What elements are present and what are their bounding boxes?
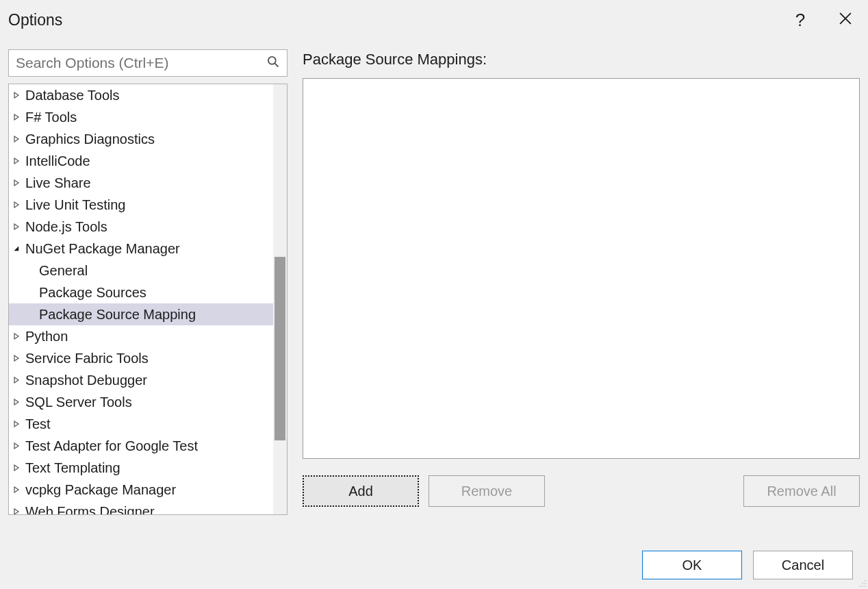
dialog-title: Options (8, 11, 784, 29)
tree-item-label: Node.js Tools (25, 216, 107, 238)
help-button[interactable]: ? (784, 4, 816, 36)
tree-item-label: Python (25, 325, 68, 347)
tree-item-label: Snapshot Debugger (25, 369, 147, 391)
chevron-right-icon[interactable] (12, 463, 21, 473)
remove-button[interactable]: Remove (429, 475, 545, 507)
svg-point-2 (865, 580, 866, 581)
tree-item-label: Database Tools (25, 84, 120, 106)
panel-heading: Package Source Mappings: (303, 51, 860, 68)
search-options-field[interactable] (8, 49, 288, 77)
svg-point-4 (865, 583, 866, 584)
tree-item-live-share[interactable]: Live Share (9, 172, 287, 194)
tree-item-web-forms-designer[interactable]: Web Forms Designer (9, 501, 287, 514)
chevron-down-icon[interactable] (12, 244, 21, 253)
remove-all-button[interactable]: Remove All (743, 475, 860, 507)
tree-item-package-source-mapping[interactable]: Package Source Mapping (9, 303, 287, 325)
tree-item-service-fabric-tools[interactable]: Service Fabric Tools (9, 347, 287, 369)
ok-button[interactable]: OK (642, 551, 742, 579)
tree-item-label: Graphics Diagnostics (25, 128, 155, 150)
svg-line-1 (275, 64, 279, 67)
options-tree[interactable]: Database ToolsF# ToolsGraphics Diagnosti… (8, 84, 288, 515)
tree-item-test-adapter-for-google-test[interactable]: Test Adapter for Google Test (9, 435, 287, 457)
svg-point-7 (865, 586, 866, 587)
tree-item-label: Web Forms Designer (25, 501, 155, 514)
svg-point-0 (268, 57, 276, 64)
scrollbar-thumb[interactable] (275, 257, 285, 440)
options-dialog: Options ? Database ToolsF# ToolsGraphics… (0, 0, 868, 589)
tree-item-snapshot-debugger[interactable]: Snapshot Debugger (9, 369, 287, 391)
tree-item-f-tools[interactable]: F# Tools (9, 106, 287, 128)
cancel-button[interactable]: Cancel (753, 551, 853, 579)
tree-item-test[interactable]: Test (9, 413, 287, 435)
close-button[interactable] (830, 4, 861, 36)
tree-item-text-templating[interactable]: Text Templating (9, 457, 287, 479)
chevron-right-icon[interactable] (12, 397, 21, 407)
chevron-right-icon[interactable] (12, 200, 21, 210)
tree-item-label: Live Share (25, 172, 91, 194)
tree-item-label: Package Source Mapping (39, 303, 196, 325)
chevron-right-icon[interactable] (12, 178, 21, 188)
tree-item-label: Test (25, 413, 51, 435)
tree-item-graphics-diagnostics[interactable]: Graphics Diagnostics (9, 128, 287, 150)
tree-item-label: IntelliCode (25, 150, 90, 172)
search-icon (266, 55, 280, 71)
tree-item-live-unit-testing[interactable]: Live Unit Testing (9, 194, 287, 216)
chevron-right-icon[interactable] (12, 441, 21, 451)
search-input[interactable] (9, 50, 287, 76)
chevron-right-icon[interactable] (12, 419, 21, 429)
tree-item-label: Service Fabric Tools (25, 347, 149, 369)
tree-scrollbar[interactable] (273, 84, 287, 514)
tree-item-label: F# Tools (25, 106, 77, 128)
tree-item-label: vcpkg Package Manager (25, 479, 176, 501)
tree-item-nuget-package-manager[interactable]: NuGet Package Manager (9, 238, 287, 260)
chevron-right-icon[interactable] (12, 134, 21, 144)
chevron-right-icon[interactable] (12, 485, 21, 494)
tree-item-python[interactable]: Python (9, 325, 287, 347)
mappings-list[interactable] (303, 78, 860, 459)
tree-item-database-tools[interactable]: Database Tools (9, 84, 287, 106)
chevron-right-icon[interactable] (12, 507, 21, 514)
add-button[interactable]: Add (303, 475, 419, 507)
help-icon: ? (795, 10, 805, 31)
resize-grip-icon[interactable] (856, 577, 867, 588)
tree-item-label: Text Templating (25, 457, 120, 479)
tree-item-vcpkg-package-manager[interactable]: vcpkg Package Manager (9, 479, 287, 501)
chevron-right-icon[interactable] (12, 353, 21, 363)
chevron-right-icon[interactable] (12, 375, 21, 385)
chevron-right-icon[interactable] (12, 222, 21, 231)
tree-item-label: General (39, 260, 88, 281)
tree-item-label: NuGet Package Manager (25, 238, 180, 260)
chevron-right-icon[interactable] (12, 331, 21, 341)
tree-item-package-sources[interactable]: Package Sources (9, 281, 287, 303)
chevron-right-icon[interactable] (12, 112, 21, 122)
svg-point-6 (862, 586, 863, 587)
svg-point-3 (862, 583, 863, 584)
tree-item-intellicode[interactable]: IntelliCode (9, 150, 287, 172)
tree-item-label: SQL Server Tools (25, 391, 132, 413)
tree-item-label: Test Adapter for Google Test (25, 435, 198, 457)
tree-item-label: Live Unit Testing (25, 194, 125, 216)
chevron-right-icon[interactable] (12, 90, 21, 100)
chevron-right-icon[interactable] (12, 156, 21, 166)
tree-item-label: Package Sources (39, 281, 146, 303)
title-bar: Options ? (0, 0, 868, 40)
close-icon (839, 11, 852, 29)
svg-point-5 (859, 586, 860, 587)
tree-item-sql-server-tools[interactable]: SQL Server Tools (9, 391, 287, 413)
tree-item-node-js-tools[interactable]: Node.js Tools (9, 216, 287, 238)
tree-item-general[interactable]: General (9, 260, 287, 281)
